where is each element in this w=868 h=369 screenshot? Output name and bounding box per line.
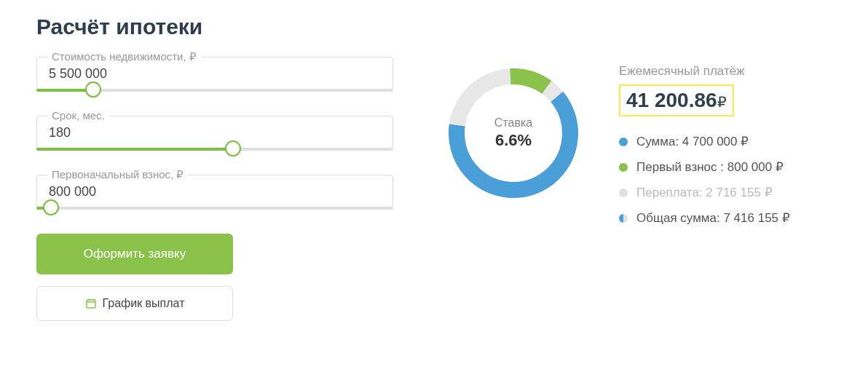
property-price-label: Стоимость недвижимости, ₽ [47, 50, 201, 63]
term-group: Срок, мес. [36, 116, 393, 151]
legend-text: Сумма: 4 700 000 ₽ [636, 134, 749, 149]
downpayment-label: Первоначальный взнос, ₽ [47, 168, 188, 181]
property-price-slider[interactable] [36, 88, 393, 92]
legend-item: Сумма: 4 700 000 ₽ [619, 134, 823, 149]
svg-rect-0 [87, 300, 95, 308]
summary-panel: Ежемесячный платёж 41 200.86₽ Сумма: 4 7… [619, 64, 823, 236]
monthly-payment-label: Ежемесячный платёж [619, 64, 823, 79]
schedule-button[interactable]: График выплат [36, 286, 233, 321]
legend-text: Общая сумма: 7 416 155 ₽ [636, 210, 790, 226]
results-panel: Ставка 6.6% Ежемесячный платёж 41 200.86… [444, 57, 823, 321]
legend-dot [619, 138, 628, 146]
downpayment-box: Первоначальный взнос, ₽ [36, 175, 393, 207]
legend-item: Первый взнос : 800 000 ₽ [619, 159, 823, 175]
term-input[interactable] [49, 122, 381, 140]
legend-item: Общая сумма: 7 416 155 ₽ [619, 210, 823, 226]
property-price-input[interactable] [49, 63, 381, 82]
legend-item: Переплата: 2 716 155 ₽ [619, 185, 823, 200]
legend-list: Сумма: 4 700 000 ₽Первый взнос : 800 000… [619, 134, 823, 226]
inputs-panel: Стоимость недвижимости, ₽ Срок, мес. [36, 57, 393, 321]
legend-dot [619, 163, 628, 172]
downpayment-group: Первоначальный взнос, ₽ [36, 175, 393, 210]
legend-dot [619, 189, 628, 197]
calendar-icon [85, 298, 97, 309]
rate-donut: Ставка 6.6% [444, 64, 583, 202]
legend-text: Переплата: 2 716 155 ₽ [636, 185, 773, 200]
page-title: Расчёт ипотеки [36, 15, 832, 39]
rate-value: 6.6% [494, 131, 532, 150]
monthly-payment-value: 41 200.86₽ [619, 84, 734, 116]
apply-button[interactable]: Оформить заявку [36, 234, 233, 274]
legend-dot [619, 214, 628, 223]
term-slider[interactable] [36, 147, 393, 151]
donut-center: Ставка 6.6% [494, 116, 532, 150]
downpayment-slider[interactable] [36, 206, 393, 210]
term-label: Срок, мес. [47, 109, 109, 122]
term-handle[interactable] [225, 140, 241, 156]
schedule-button-label: График выплат [103, 297, 185, 310]
downpayment-handle[interactable] [43, 199, 59, 215]
property-price-group: Стоимость недвижимости, ₽ [36, 57, 393, 92]
calculator-container: Стоимость недвижимости, ₽ Срок, мес. [36, 57, 832, 321]
property-price-handle[interactable] [85, 82, 101, 98]
rate-label: Ставка [494, 116, 532, 130]
downpayment-input[interactable] [49, 181, 381, 199]
term-box: Срок, мес. [36, 116, 393, 148]
legend-text: Первый взнос : 800 000 ₽ [636, 159, 784, 175]
